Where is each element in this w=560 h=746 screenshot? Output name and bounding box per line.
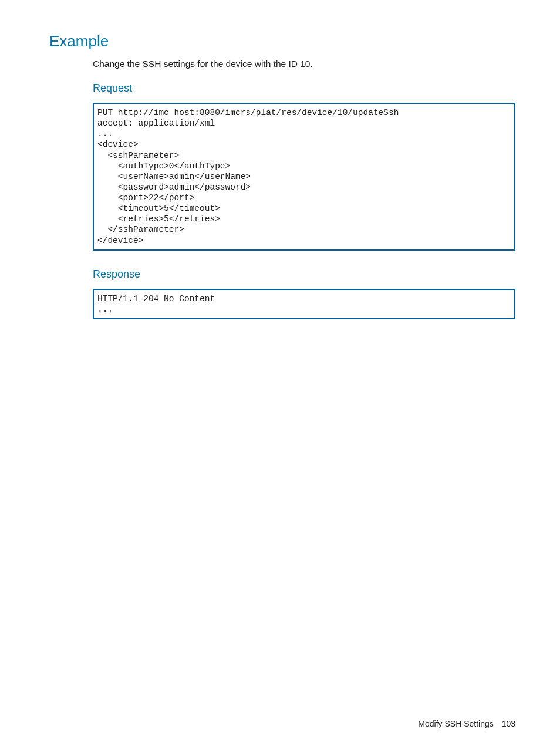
response-heading: Response [93,268,515,281]
footer-page-number: 103 [502,719,515,728]
intro-text: Change the SSH settings for the device w… [93,59,515,69]
request-code-block: PUT http://imc_host:8080/imcrs/plat/res/… [93,103,515,251]
section-title: Example [49,32,515,50]
footer-section-label: Modify SSH Settings [418,719,493,728]
page-footer: Modify SSH Settings 103 [418,719,515,728]
request-heading: Request [93,82,515,94]
response-code-block: HTTP/1.1 204 No Content ... [93,289,515,319]
